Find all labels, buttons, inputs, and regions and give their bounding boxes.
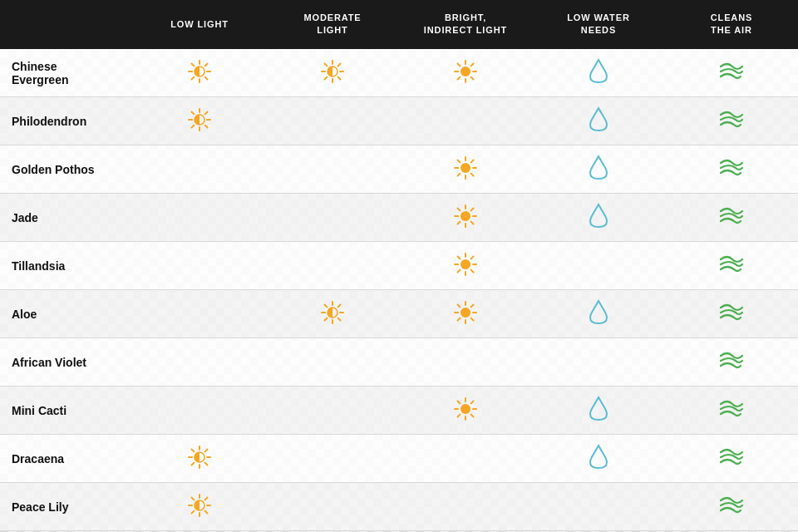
svg-line-65 [458,256,461,259]
svg-line-40 [205,111,208,114]
svg-line-10 [192,76,195,79]
low-light-cell [133,338,266,387]
col-header-plant [0,0,133,49]
svg-line-28 [471,76,474,79]
low-water-cell [532,338,665,387]
low-water-cell [532,49,665,97]
svg-point-60 [461,259,470,269]
low-light-cell [133,387,266,435]
plant-name: African Violet [0,338,133,387]
svg-line-108 [192,462,195,465]
svg-line-57 [471,221,474,224]
low-water-cell [532,97,665,145]
low-light-cell [133,194,266,242]
moderate-light-cell [266,145,399,194]
svg-line-67 [471,256,474,259]
cleans-air-cell [665,49,798,97]
svg-line-29 [471,63,474,66]
svg-line-76 [325,304,328,307]
svg-line-50 [458,173,461,175]
bright-light-cell [399,387,532,435]
svg-line-78 [338,304,341,307]
svg-line-9 [205,63,208,66]
cleans-air-cell [665,387,798,435]
svg-point-51 [461,211,470,221]
svg-line-39 [205,125,208,127]
low-light-cell [133,49,266,97]
bright-light-cell [399,145,532,194]
plant-name: Tillandsia [0,242,133,290]
svg-line-41 [192,125,195,127]
svg-line-116 [192,497,195,500]
cleans-air-cell [665,242,798,290]
low-light-cell [133,483,266,531]
svg-line-30 [458,76,461,79]
bright-light-cell [399,194,532,242]
svg-line-88 [458,318,461,320]
low-water-cell [532,242,665,290]
col-header-low-light: LOW LIGHT [133,0,266,49]
bright-light-cell [399,97,532,145]
plant-name: Philodendron [0,97,133,145]
moderate-light-cell [266,483,399,531]
low-light-cell [133,145,266,194]
table-row: Dracaena [0,435,798,483]
svg-line-105 [192,449,195,451]
svg-line-118 [205,497,208,500]
plant-name: Peace Lily [0,483,133,531]
low-light-cell [133,435,266,483]
table-row: Philodendron [0,97,798,145]
bright-light-cell [399,435,532,483]
svg-line-59 [458,221,461,224]
svg-line-87 [471,304,474,307]
table-row: ChineseEvergreen [0,49,798,97]
svg-line-86 [471,318,474,320]
moderate-light-cell [266,338,399,387]
svg-line-96 [471,401,474,403]
svg-line-77 [338,318,341,320]
moderate-light-cell [266,49,399,97]
svg-point-22 [461,66,470,76]
svg-line-68 [458,269,461,272]
svg-line-107 [205,449,208,451]
cleans-air-cell [665,145,798,194]
col-header-low-water: LOW WATERNEEDS [532,0,665,49]
moderate-light-cell [266,194,399,242]
svg-line-97 [458,414,461,416]
moderate-light-cell [266,435,399,483]
moderate-light-cell [266,242,399,290]
low-water-cell [532,483,665,531]
svg-line-7 [192,63,195,66]
moderate-light-cell [266,97,399,145]
col-header-bright-light: BRIGHT,INDIRECT LIGHT [399,0,532,49]
cleans-air-cell [665,338,798,387]
bright-light-cell [399,242,532,290]
svg-line-27 [458,63,461,66]
bright-light-cell [399,338,532,387]
svg-line-20 [338,63,341,66]
bright-light-cell [399,49,532,97]
low-water-cell [532,194,665,242]
svg-line-38 [192,111,195,114]
svg-point-42 [461,163,470,173]
svg-line-49 [471,160,474,162]
plant-name: Jade [0,194,133,242]
svg-point-89 [461,404,470,414]
plant-name: Golden Pothos [0,145,133,194]
svg-line-95 [471,414,474,416]
low-water-cell [532,145,665,194]
svg-line-66 [471,269,474,272]
col-header-moderate-light: MODERATELIGHT [266,0,399,49]
table-row: Peace Lily [0,483,798,531]
bright-light-cell [399,483,532,531]
cleans-air-cell [665,194,798,242]
svg-line-47 [458,160,461,162]
cleans-air-cell [665,97,798,145]
svg-line-119 [192,510,195,513]
low-light-cell [133,290,266,338]
plant-name: Aloe [0,290,133,338]
moderate-light-cell [266,387,399,435]
svg-line-79 [325,318,328,320]
low-water-cell [532,290,665,338]
svg-line-117 [205,510,208,513]
